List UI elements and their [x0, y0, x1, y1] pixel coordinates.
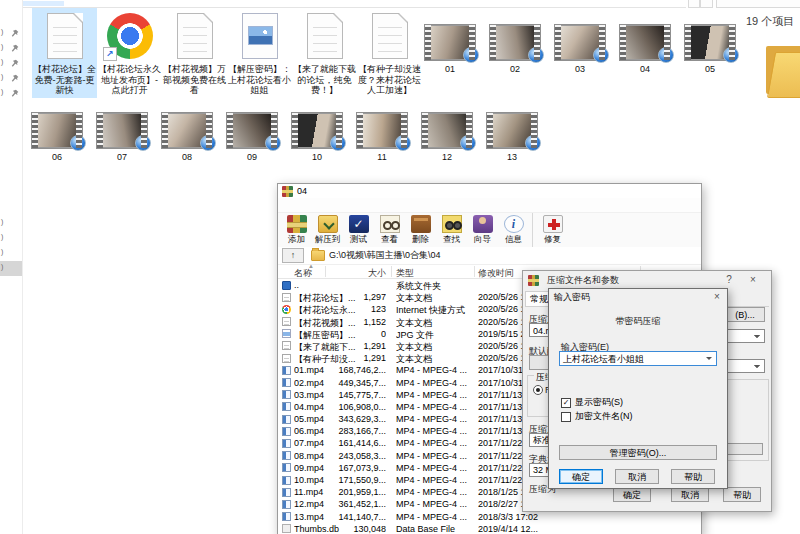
video-thumbnail[interactable]: [489, 24, 541, 61]
video-file-item[interactable]: 11: [356, 112, 408, 162]
video-thumbnail[interactable]: [31, 112, 83, 149]
password-ok-button[interactable]: 确定: [559, 469, 603, 484]
top-window-tab[interactable]: [716, 0, 800, 8]
sidebar-item[interactable]: ): [0, 71, 22, 86]
top-window-button[interactable]: [688, 0, 700, 8]
video-thumbnail[interactable]: [356, 112, 408, 149]
dialog-help-button[interactable]: ?: [721, 273, 737, 287]
side-button[interactable]: [727, 443, 763, 455]
toolbar-button[interactable]: 测试: [343, 213, 374, 247]
encrypt-names-checkbox[interactable]: [561, 412, 571, 422]
password-cancel-button[interactable]: 取消: [615, 469, 659, 484]
video-thumbnail[interactable]: [161, 112, 213, 149]
radio-rar[interactable]: [533, 385, 543, 395]
volume-select[interactable]: [725, 359, 765, 373]
play-badge-icon: [658, 47, 674, 63]
video-thumbnail[interactable]: [486, 112, 538, 149]
video-thumbnail[interactable]: [421, 112, 473, 149]
videos-row-1: 01 02 03 04 05: [424, 24, 749, 74]
desktop-file-item[interactable]: ↗ 【村花论坛】全免费-无套路-更新快: [32, 8, 97, 98]
sidebar-item[interactable]: ): [0, 41, 22, 56]
table-row[interactable]: Thumbs.db 130,048 Data Base File 2019/4/…: [278, 523, 700, 534]
up-directory-button[interactable]: ↑: [282, 248, 304, 263]
cell-size: 161,414,6...: [328, 438, 386, 448]
cell-type: MP4 - MPEG-4 ...: [396, 378, 476, 388]
show-password-checkbox[interactable]: ✓: [561, 398, 571, 408]
sidebar-item[interactable]: ): [0, 231, 22, 246]
file-type-icon: ↗: [107, 13, 153, 59]
cell-size: 361,452,1...: [328, 499, 386, 509]
video-thumbnail[interactable]: [226, 112, 278, 149]
video-file-item[interactable]: 01: [424, 24, 476, 74]
video-thumbnail[interactable]: [424, 24, 476, 61]
password-input[interactable]: 上村花论坛看小姐姐: [559, 351, 717, 366]
password-dialog-titlebar[interactable]: 输入密码: [549, 289, 727, 305]
file-type-icon: [282, 281, 291, 290]
video-file-item[interactable]: 06: [31, 112, 83, 162]
desktop-file-item[interactable]: ↗ 【村花论坛永久地址发布页】-点此打开: [97, 8, 162, 98]
toolbar-button[interactable]: 查找: [436, 213, 467, 247]
video-thumbnail[interactable]: [684, 24, 736, 61]
sidebar-item[interactable]: ): [0, 261, 22, 276]
video-file-item[interactable]: 08: [161, 112, 213, 162]
toolbar-button[interactable]: 解压到: [312, 213, 343, 247]
cell-size: 106,908,0...: [328, 402, 386, 412]
cell-size: 141,140,7...: [328, 512, 386, 522]
toolbar-button[interactable]: 查看: [374, 213, 405, 247]
toolbar-button[interactable]: 信息: [498, 213, 529, 247]
pinned-items-group: ) ) ) ) ): [0, 26, 22, 101]
video-file-item[interactable]: 10: [291, 112, 343, 162]
desktop-file-item[interactable]: ↗ 【村花视频】万部视频免费在线看: [162, 8, 227, 98]
video-file-item[interactable]: 12: [421, 112, 473, 162]
desktop-file-item[interactable]: ↗ 【解压密码】：上村花论坛看小姐姐: [227, 8, 292, 98]
manage-passwords-button[interactable]: 管理密码(O)...: [559, 445, 717, 460]
toolbar-button[interactable]: 向导: [467, 213, 498, 247]
video-thumbnail[interactable]: [619, 24, 671, 61]
video-thumbnail[interactable]: [554, 24, 606, 61]
show-password-row[interactable]: ✓ 显示密码(S): [561, 397, 623, 408]
window-title: 04: [297, 186, 307, 196]
toolbar-button-label: 测试: [343, 234, 374, 246]
dialog-close-button[interactable]: ×: [745, 273, 761, 287]
toolbar-button[interactable]: 修复: [532, 213, 568, 247]
sidebar-item[interactable]: ): [0, 56, 22, 71]
desktop-file-item[interactable]: ↗ 【有种子却没速度？来村花论坛人工加速】: [357, 8, 422, 98]
video-file-item[interactable]: 02: [489, 24, 541, 74]
password-header: 带密码压缩: [549, 315, 727, 328]
address-path[interactable]: G:\0视频\韩国主播\0合集\04: [329, 249, 441, 262]
toolbar-button[interactable]: 删除: [405, 213, 436, 247]
video-thumbnail[interactable]: [291, 112, 343, 149]
sidebar-item[interactable]: ): [0, 86, 22, 101]
video-file-item[interactable]: 07: [96, 112, 148, 162]
video-file-item[interactable]: 04: [619, 24, 671, 74]
toolbar-button-label: 添加: [281, 234, 312, 246]
table-row[interactable]: 13.mp4 141,140,7... MP4 - MPEG-4 ... 201…: [278, 511, 700, 523]
winrar-titlebar[interactable]: 04: [278, 184, 701, 198]
video-label: 12: [421, 152, 473, 162]
toolbar-button-label: 信息: [498, 234, 529, 246]
video-thumbnail[interactable]: [96, 112, 148, 149]
desktop-file-item[interactable]: ↗ 【来了就能下载的论坛，纯免费！】: [292, 8, 357, 98]
toolbar-icon: [473, 215, 493, 233]
archive-help-button[interactable]: 帮助: [723, 487, 761, 502]
sidebar-item[interactable]: ): [0, 216, 22, 231]
desktop-files-row: ↗ 【村花论坛】全免费-无套路-更新快 ↗ 【村花论坛永久地址发布页】-点此打开…: [32, 8, 422, 98]
video-file-item[interactable]: 05: [684, 24, 736, 74]
sidebar-item[interactable]: ): [0, 26, 22, 41]
toolbar-button[interactable]: 添加: [281, 213, 312, 247]
encrypt-names-row[interactable]: 加密文件名(N): [561, 411, 633, 422]
dialog-close-button[interactable]: ×: [709, 290, 725, 304]
toolbar-icon: [318, 215, 338, 233]
video-file-item[interactable]: 13: [486, 112, 538, 162]
archive-cancel-button[interactable]: 取消: [671, 487, 709, 502]
open-folder-icon[interactable]: [766, 44, 800, 98]
update-mode-select[interactable]: [725, 329, 765, 343]
archive-ok-button[interactable]: 确定: [613, 487, 651, 502]
sidebar-item[interactable]: ): [0, 246, 22, 261]
password-help-button[interactable]: 帮助: [671, 469, 715, 484]
video-file-item[interactable]: 03: [554, 24, 606, 74]
top-window-button[interactable]: [700, 0, 713, 8]
video-file-item[interactable]: 09: [226, 112, 278, 162]
video-label: 10: [291, 152, 343, 162]
browse-button[interactable]: (B)...: [725, 307, 765, 322]
